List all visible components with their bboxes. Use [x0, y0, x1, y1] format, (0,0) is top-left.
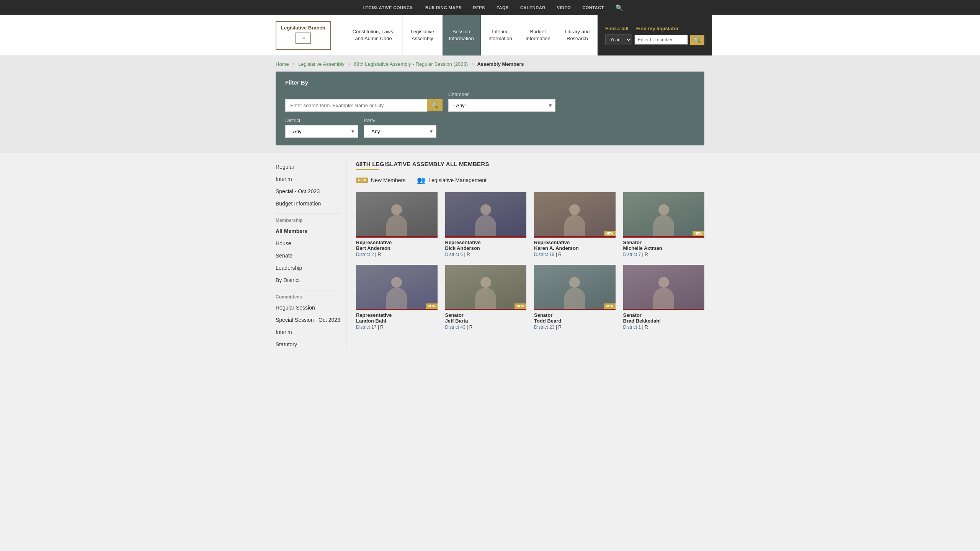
member-info-karen-anderson: Representative Karen A. Anderson Distric…	[534, 240, 616, 257]
district-select[interactable]: - Any -	[285, 125, 358, 138]
nav-session-info[interactable]: Session Information	[443, 15, 481, 55]
sidebar-divider-2	[276, 290, 340, 290]
management-icon: 👥	[417, 176, 425, 184]
person-head-icon	[658, 204, 669, 215]
filter-box: Filter By 🔍 Chamber - Any - ▾	[276, 72, 704, 145]
member-card-landon-bahl[interactable]: NEW Representative Landon Bahl District …	[356, 265, 438, 330]
sidebar-item-house[interactable]: House	[276, 237, 340, 249]
sidebar-item-special-session-oct-2023[interactable]: Special Session - Oct 2023	[276, 314, 340, 326]
district-select-wrap: - Any - ▾	[285, 125, 358, 138]
sidebar-item-by-district[interactable]: By District	[276, 274, 340, 286]
sidebar-item-leadership[interactable]: Leadership	[276, 262, 340, 274]
nav-library-research[interactable]: Library and Research	[557, 15, 598, 55]
sidebar-item-regular-session[interactable]: Regular Session	[276, 302, 340, 314]
member-title-todd-beard: Senator	[534, 312, 616, 318]
member-info-todd-beard: Senator Todd Beard District 23 | R	[534, 312, 616, 330]
bill-number-input[interactable]	[634, 35, 688, 45]
chamber-select[interactable]: - Any -	[448, 99, 555, 112]
breadcrumb-sep-2: ›	[348, 61, 350, 67]
chamber-label: Chamber	[448, 91, 555, 97]
main-header: Legislative Branch ND Constitution, Laws…	[0, 15, 980, 56]
top-nav-rfps[interactable]: RFPS	[467, 5, 491, 10]
person-head-icon	[569, 204, 580, 215]
nav-budget-info[interactable]: Budget Information	[519, 15, 557, 55]
member-card-bert-anderson[interactable]: Representative Bert Anderson District 2 …	[356, 192, 438, 257]
member-red-bar-1	[356, 236, 438, 238]
top-nav-calendar[interactable]: CALENDAR	[514, 5, 551, 10]
person-body-icon	[475, 215, 496, 236]
new-members-badge[interactable]: NEW New Members	[356, 177, 405, 183]
legislative-management-badge[interactable]: 👥 Legislative Management	[417, 176, 487, 184]
member-name-todd-beard: Todd Beard	[534, 318, 616, 324]
chamber-select-wrap: - Any - ▾	[448, 99, 555, 112]
party-select[interactable]: - Any -	[364, 125, 436, 138]
find-bill-search-button[interactable]: 🔍	[690, 35, 704, 45]
breadcrumb-68th[interactable]: 68th Legislative Assembly - Regular Sess…	[354, 61, 468, 67]
members-grid-row-1: Representative Bert Anderson District 2 …	[356, 192, 704, 257]
sidebar-item-senate[interactable]: Senate	[276, 249, 340, 262]
top-nav-contact[interactable]: CONTACT	[577, 5, 609, 10]
search-icon[interactable]: 🔍	[616, 4, 623, 11]
district-group: District - Any - ▾	[285, 117, 358, 138]
member-card-karen-anderson[interactable]: NEW Representative Karen A. Anderson Dis…	[534, 192, 616, 257]
search-input[interactable]	[285, 99, 427, 112]
party-select-wrap: - Any - ▾	[364, 125, 436, 138]
nav-interim-info[interactable]: Interim Information	[481, 15, 519, 55]
member-photo-jeff-barta: NEW	[445, 265, 527, 309]
logo-state-icon: ND	[294, 31, 313, 45]
person-body-icon	[475, 288, 496, 309]
member-card-michelle-axtman[interactable]: NEW Senator Michelle Axtman District 7 |…	[623, 192, 705, 257]
sidebar-item-special-oct-2023[interactable]: Special - Oct 2023	[276, 185, 340, 197]
new-badge-michelle-axtman: NEW	[693, 231, 704, 236]
nav-legislative-assembly[interactable]: Legislative Assembly	[403, 15, 442, 55]
breadcrumb-bar: Home › Legislative Assembly › 68th Legis…	[0, 56, 980, 72]
member-name-landon-bahl: Landon Bahl	[356, 318, 438, 324]
member-district-jeff-barta: District 43 | R	[445, 324, 527, 330]
top-nav-legislative-council[interactable]: LEGISLATIVE COUNCIL	[357, 5, 420, 10]
header-inner: Legislative Branch ND Constitution, Laws…	[268, 15, 712, 55]
member-card-jeff-barta[interactable]: NEW Senator Jeff Barta District 43 | R	[445, 265, 527, 330]
filter-badges: NEW New Members 👥 Legislative Management	[356, 176, 704, 184]
member-red-bar-5	[356, 309, 438, 310]
member-card-todd-beard[interactable]: NEW Senator Todd Beard District 23 | R	[534, 265, 616, 330]
top-nav-building-maps[interactable]: BUILDING MAPS	[420, 5, 467, 10]
breadcrumb-leg-assembly[interactable]: Legislative Assembly	[298, 61, 345, 67]
member-name-brad-bekkedahl: Brad Bekkedahl	[623, 318, 705, 324]
member-photo-landon-bahl: NEW	[356, 265, 438, 309]
search-button[interactable]: 🔍	[427, 99, 443, 111]
sidebar-item-all-members[interactable]: All Members	[276, 225, 340, 237]
member-info-dick-anderson: Representative Dick Anderson District 6 …	[445, 240, 527, 257]
sidebar-item-regular[interactable]: Regular	[276, 161, 340, 173]
top-nav-video[interactable]: VIDEO	[551, 5, 577, 10]
svg-text:ND: ND	[301, 37, 305, 39]
find-bill-label: Find a bill	[605, 26, 629, 31]
member-card-dick-anderson[interactable]: Representative Dick Anderson District 6 …	[445, 192, 527, 257]
membership-section-label: Membership	[276, 218, 340, 223]
sidebar-item-statutory[interactable]: Statutory	[276, 338, 340, 350]
sidebar-item-interim[interactable]: Interim	[276, 173, 340, 185]
member-info-landon-bahl: Representative Landon Bahl District 17 |…	[356, 312, 438, 330]
filter-row-2: District - Any - ▾ Party - Any - ▾	[285, 117, 695, 138]
member-name-karen-anderson: Karen A. Anderson	[534, 245, 616, 251]
new-members-label: New Members	[371, 177, 405, 183]
breadcrumb-home[interactable]: Home	[276, 61, 289, 67]
person-head-icon	[569, 277, 580, 288]
search-input-wrap: 🔍	[285, 99, 443, 112]
assembly-title: 68TH LEGISLATIVE ASSEMBLY ALL MEMBERS	[356, 161, 704, 167]
filter-title: Filter By	[285, 79, 695, 86]
member-photo-michelle-axtman: NEW	[623, 192, 705, 236]
year-select[interactable]: Year	[605, 34, 632, 45]
logo-area[interactable]: Legislative Branch ND	[268, 15, 345, 55]
nav-constitution[interactable]: Constitution, Laws, and Admin Code	[345, 15, 403, 55]
person-head-icon	[391, 277, 402, 288]
sidebar-item-budget-information[interactable]: Budget Information	[276, 197, 340, 210]
person-body-icon	[653, 288, 674, 309]
member-title-dick-anderson: Representative	[445, 240, 527, 245]
district-label: District	[285, 117, 358, 123]
logo-box: Legislative Branch ND	[276, 21, 331, 50]
content-section: Regular Interim Special - Oct 2023 Budge…	[0, 153, 980, 366]
sidebar-item-interim-committee[interactable]: Interim	[276, 326, 340, 338]
chamber-group: Chamber - Any - ▾	[448, 91, 555, 112]
top-nav-faqs[interactable]: FAQS	[491, 5, 514, 10]
member-card-brad-bekkedahl[interactable]: Senator Brad Bekkedahl District 1 | R	[623, 265, 705, 330]
